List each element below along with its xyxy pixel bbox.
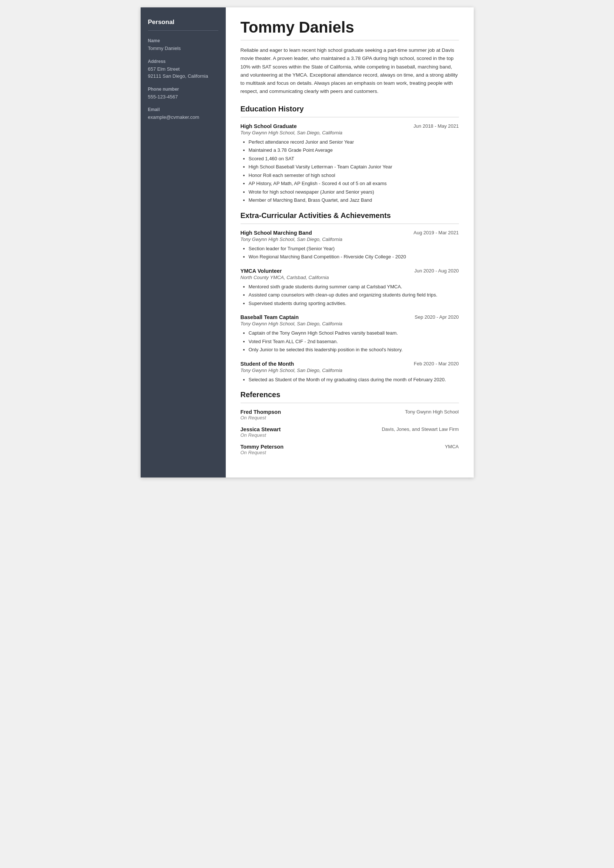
entry-title: YMCA Volunteer (240, 268, 282, 274)
ref-subtitle: On Request (240, 432, 459, 438)
bullet-item: AP History, AP Math, AP English - Scored… (249, 180, 459, 187)
resume-container: Personal Name Tommy Daniels Address 657 … (141, 8, 474, 477)
reference-entry: Tommy Peterson YMCA On Request (240, 444, 459, 455)
ref-header: Tommy Peterson YMCA (240, 444, 459, 450)
ref-name: Jessica Stewart (240, 426, 281, 432)
entry-subtitle: Tony Gwynn High School, San Diego, Calif… (240, 130, 459, 135)
entry-bullets: Perfect attendance record Junior and Sen… (240, 138, 459, 204)
bullet-item: Captain of the Tony Gwynn High School Pa… (249, 329, 459, 337)
ref-name: Tommy Peterson (240, 444, 284, 450)
sidebar: Personal Name Tommy Daniels Address 657 … (141, 8, 226, 477)
bullet-item: Selected as Student of the Month of my g… (249, 376, 459, 383)
extracurricular-entry: High School Marching Band Aug 2019 - Mar… (240, 230, 459, 260)
bullet-item: Voted First Team ALL CIF - 2nd baseman. (249, 338, 459, 346)
email-value: example@cvmaker.com (148, 114, 219, 121)
extracurricular-divider (240, 223, 459, 224)
entry-title: Student of the Month (240, 361, 294, 367)
bullet-item: High School Baseball Varsity Letterman -… (249, 163, 459, 170)
entry-subtitle: Tony Gwynn High School, San Diego, Calif… (240, 367, 459, 373)
bullet-item: Section leader for Trumpet (Senior Year) (249, 245, 459, 253)
entry-date: Sep 2020 - Apr 2020 (414, 314, 459, 320)
sidebar-email-section: Email example@cvmaker.com (148, 107, 219, 121)
reference-entry: Fred Thompson Tony Gwynn High School On … (240, 409, 459, 420)
name-divider (240, 40, 459, 40)
extracurricular-entry: YMCA Volunteer Jun 2020 - Aug 2020 North… (240, 268, 459, 307)
sidebar-divider (148, 30, 219, 31)
reference-entry: Jessica Stewart Davis, Jones, and Stewar… (240, 426, 459, 438)
entry-date: Feb 2020 - Mar 2020 (414, 361, 459, 366)
education-section: High School Graduate Jun 2018 - May 2021… (240, 123, 459, 204)
phone-label: Phone number (148, 87, 219, 92)
bullet-item: Member of Marching Band, Brass Quartet, … (249, 197, 459, 204)
entry-date: Jun 2020 - Aug 2020 (414, 268, 459, 274)
entry-bullets: Selected as Student of the Month of my g… (240, 376, 459, 383)
resume-name: Tommy Daniels (240, 19, 459, 36)
bullet-item: Maintained a 3.78 Grade Point Average (249, 147, 459, 154)
entry-title: High School Graduate (240, 123, 297, 129)
education-entry: High School Graduate Jun 2018 - May 2021… (240, 123, 459, 204)
bullet-item: Only Junior to be selected this leadersh… (249, 346, 459, 353)
education-heading: Education History (240, 105, 459, 113)
entry-bullets: Captain of the Tony Gwynn High School Pa… (240, 329, 459, 353)
name-label: Name (148, 38, 219, 43)
entry-date: Jun 2018 - May 2021 (413, 123, 459, 129)
bullet-item: Perfect attendance record Junior and Sen… (249, 138, 459, 146)
ref-org: Tony Gwynn High School (405, 409, 459, 415)
entry-title: Baseball Team Captain (240, 314, 299, 320)
summary-text: Reliable and eager to learn recent high … (240, 46, 459, 96)
references-heading: References (240, 391, 459, 399)
bullet-item: Scored 1,460 on SAT (249, 155, 459, 163)
address-label: Address (148, 59, 219, 64)
bullet-item: Won Regional Marching Band Competition -… (249, 253, 459, 260)
education-divider (240, 117, 459, 117)
ref-org: Davis, Jones, and Stewart Law Firm (381, 426, 459, 432)
ref-subtitle: On Request (240, 415, 459, 420)
sidebar-name-section: Name Tommy Daniels (148, 38, 219, 52)
entry-title: High School Marching Band (240, 230, 312, 236)
ref-name: Fred Thompson (240, 409, 281, 415)
entry-date: Aug 2019 - Mar 2021 (413, 230, 459, 236)
ref-header: Jessica Stewart Davis, Jones, and Stewar… (240, 426, 459, 432)
phone-value: 555-123-4567 (148, 93, 219, 101)
entry-bullets: Section leader for Trumpet (Senior Year)… (240, 245, 459, 260)
entry-bullets: Mentored sixth grade students during sum… (240, 283, 459, 307)
entry-subtitle: Tony Gwynn High School, San Diego, Calif… (240, 237, 459, 242)
bullet-item: Wrote for high school newspaper (Junior … (249, 188, 459, 196)
references-divider (240, 403, 459, 403)
bullet-item: Supervised students during sporting acti… (249, 300, 459, 307)
entry-subtitle: Tony Gwynn High School, San Diego, Calif… (240, 321, 459, 327)
ref-header: Fred Thompson Tony Gwynn High School (240, 409, 459, 415)
main-content: Tommy Daniels Reliable and eager to lear… (226, 8, 474, 477)
extracurricular-heading: Extra-Curricular Activities & Achievemen… (240, 211, 459, 220)
extracurricular-section: High School Marching Band Aug 2019 - Mar… (240, 230, 459, 383)
sidebar-phone-section: Phone number 555-123-4567 (148, 87, 219, 101)
sidebar-title: Personal (148, 19, 219, 26)
name-value: Tommy Daniels (148, 45, 219, 52)
entry-subtitle: North County YMCA, Carlsbad, California (240, 274, 459, 280)
extracurricular-entry: Student of the Month Feb 2020 - Mar 2020… (240, 361, 459, 383)
bullet-item: Honor Roll each semester of high school (249, 172, 459, 179)
extracurricular-entry: Baseball Team Captain Sep 2020 - Apr 202… (240, 314, 459, 353)
sidebar-address-section: Address 657 Elm Street 92111 San Diego, … (148, 59, 219, 80)
bullet-item: Mentored sixth grade students during sum… (249, 283, 459, 291)
ref-subtitle: On Request (240, 450, 459, 455)
address-line1: 657 Elm Street (148, 65, 219, 73)
email-label: Email (148, 107, 219, 112)
ref-org: YMCA (445, 444, 459, 450)
references-section: Fred Thompson Tony Gwynn High School On … (240, 409, 459, 455)
address-line2: 92111 San Diego, California (148, 73, 219, 80)
bullet-item: Assisted camp counselors with clean-up d… (249, 291, 459, 299)
